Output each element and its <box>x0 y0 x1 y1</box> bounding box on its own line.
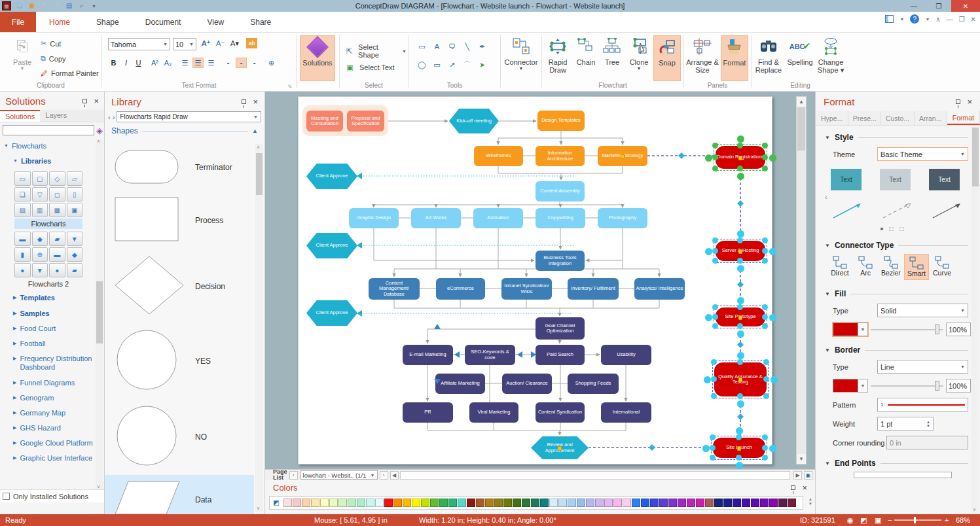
tab-layers[interactable]: Layers <box>40 110 72 122</box>
format-tab-prese[interactable]: Prese... <box>848 111 881 125</box>
minimize-button[interactable]: — <box>901 0 926 12</box>
color-swatch[interactable] <box>650 499 659 507</box>
color-swatch[interactable] <box>531 499 539 507</box>
color-swatch[interactable] <box>485 499 494 507</box>
fill-type-select[interactable]: Solid▼ <box>877 304 968 317</box>
color-swatch[interactable] <box>714 499 723 507</box>
flowchart-node[interactable]: SEO-Keywords & code <box>465 345 515 365</box>
flowchart-node[interactable]: eCommerce <box>436 278 485 300</box>
frame-tool-icon[interactable]: ▭ <box>431 59 443 71</box>
flowchart-node[interactable]: Business Tools Integration <box>535 251 585 271</box>
flowchart-node[interactable]: Animation <box>473 208 523 228</box>
style-prev-icon[interactable]: ‹ <box>816 192 971 201</box>
color-swatch[interactable] <box>320 499 329 507</box>
tab-view[interactable]: View <box>194 12 237 32</box>
format-button[interactable]: Format <box>721 35 748 81</box>
flowchart-node[interactable]: Paid Search <box>535 345 585 365</box>
connector-type-arc[interactable]: Arc <box>853 254 878 280</box>
arrange-size-button[interactable]: Arrange & Size <box>685 35 719 81</box>
selection-handle[interactable] <box>762 323 768 329</box>
close-icon[interactable]: × <box>802 483 807 492</box>
color-swatch[interactable] <box>659 499 668 507</box>
text-direction-icon[interactable]: ⊕ <box>266 58 277 68</box>
connector-type-section-header[interactable]: ▼Connector Type <box>816 234 971 253</box>
rapid-draw-handle[interactable] <box>769 445 776 452</box>
flowchart-node[interactable]: Goal Channel Optimization <box>535 317 585 340</box>
style-swatch[interactable]: Text <box>929 169 960 190</box>
color-swatch[interactable] <box>723 499 732 507</box>
superscript-icon[interactable]: A² <box>149 58 160 68</box>
flowchart-node[interactable]: Marketing Strategy <box>598 146 647 166</box>
selection-handle[interactable] <box>711 359 717 365</box>
canvas-horizontal-scrollbar[interactable] <box>400 471 790 480</box>
find-replace-button[interactable]: Find & Replace <box>753 35 784 81</box>
cut-button[interactable]: ✂Cut <box>41 39 61 48</box>
solutions-scrollbar[interactable]: ∧ ∨ <box>96 139 103 489</box>
pattern-select[interactable]: 1: <box>877 398 968 412</box>
pin-icon[interactable] <box>791 485 795 490</box>
line-tool-icon[interactable]: ╲ <box>461 41 473 52</box>
valign-top-icon[interactable]: ⹀ <box>223 58 234 68</box>
color-swatch[interactable] <box>623 499 631 507</box>
font-size-select[interactable]: 10▼ <box>173 38 196 50</box>
connector-type-bezier[interactable]: Bezier <box>879 254 903 280</box>
style-swatch[interactable]: Text <box>880 169 911 190</box>
border-opacity-slider[interactable] <box>871 379 943 393</box>
color-swatch[interactable] <box>329 499 338 507</box>
style-pagination[interactable]: ■ ⬚ ⬚ <box>816 223 971 234</box>
palette-tools-icon[interactable]: ◩ <box>271 499 281 508</box>
rapid-draw-handle[interactable] <box>705 154 712 162</box>
underline-icon[interactable]: U <box>133 58 144 68</box>
weight-stepper[interactable]: 1 pt▲▼ <box>877 417 934 430</box>
color-swatch[interactable] <box>338 499 347 507</box>
flowchart-node[interactable]: Intranet Syndication/ Wikis <box>501 278 552 300</box>
rectangle-tool-icon[interactable]: ▭ <box>416 41 428 52</box>
collapse-shapes-icon[interactable]: ▲ <box>252 128 258 134</box>
flowchart-node[interactable]: Client Approve <box>306 233 357 258</box>
color-swatch[interactable] <box>751 499 759 507</box>
scroll-down-icon[interactable]: ▼ <box>797 454 806 464</box>
color-swatch[interactable] <box>513 499 521 507</box>
close-icon[interactable]: × <box>253 97 258 106</box>
flowchart-node[interactable]: Client Approve <box>306 164 357 189</box>
library-forward-icon[interactable]: › <box>113 113 115 121</box>
color-swatch[interactable] <box>348 499 356 507</box>
flowchart-node[interactable]: Inventory/ Fulfilment <box>568 278 619 300</box>
rapid-draw-handle[interactable] <box>769 314 776 321</box>
end-points-section-header[interactable]: ▼End Points <box>816 452 971 470</box>
flowchart-node[interactable]: Wireframes <box>474 146 523 166</box>
format-tab-format[interactable]: Format <box>947 111 980 125</box>
library-shape-data[interactable]: Data <box>105 475 254 514</box>
color-swatch[interactable] <box>439 499 448 507</box>
tab-file[interactable]: File <box>0 12 36 32</box>
pin-icon[interactable] <box>242 99 246 104</box>
clone-button[interactable]: Clone▼ <box>626 35 652 81</box>
zoom-out-icon[interactable]: − <box>888 516 892 524</box>
collapse-ribbon-icon[interactable]: ∧ <box>935 16 940 23</box>
flowchart-node[interactable]: Usability <box>601 345 651 365</box>
rapid-draw-handle[interactable] <box>736 427 743 434</box>
color-swatch[interactable] <box>687 499 695 507</box>
sidebar-item-genogram[interactable]: ▶Genogram <box>0 391 96 406</box>
color-swatch[interactable] <box>375 499 384 507</box>
arrow-style-teal[interactable] <box>831 201 863 220</box>
paste-button[interactable]: ⎘ Paste▼ <box>5 35 39 81</box>
align-left-icon[interactable]: ☰ <box>179 58 191 68</box>
valign-bottom-icon[interactable]: ⹀ <box>249 58 260 68</box>
flowchart-node[interactable]: Site Prototype <box>716 307 765 326</box>
format-scrollbar[interactable]: ∨ <box>971 126 979 513</box>
flowchart-node[interactable]: Client Approve <box>306 300 357 326</box>
selection-handle[interactable] <box>763 359 769 365</box>
library-back-icon[interactable]: ‹ <box>108 113 111 121</box>
zoom-select-icon[interactable]: ◩ <box>860 516 867 525</box>
color-swatch[interactable] <box>586 499 594 507</box>
color-swatch[interactable] <box>494 499 503 507</box>
rapid-draw-handle[interactable] <box>737 135 744 143</box>
library-scrollbar[interactable]: ∧ ∨ <box>255 144 263 512</box>
sidebar-item-graphic-user-interface[interactable]: ▶Graphic User Interface <box>0 451 96 466</box>
color-swatch[interactable] <box>678 499 686 507</box>
flowchart-node[interactable]: Shopping Feeds <box>568 374 619 394</box>
selection-handle[interactable] <box>763 393 769 399</box>
fit-selection-icon[interactable]: ▣ <box>875 516 881 525</box>
corner-rounding-field[interactable]: 0 in <box>886 436 968 449</box>
